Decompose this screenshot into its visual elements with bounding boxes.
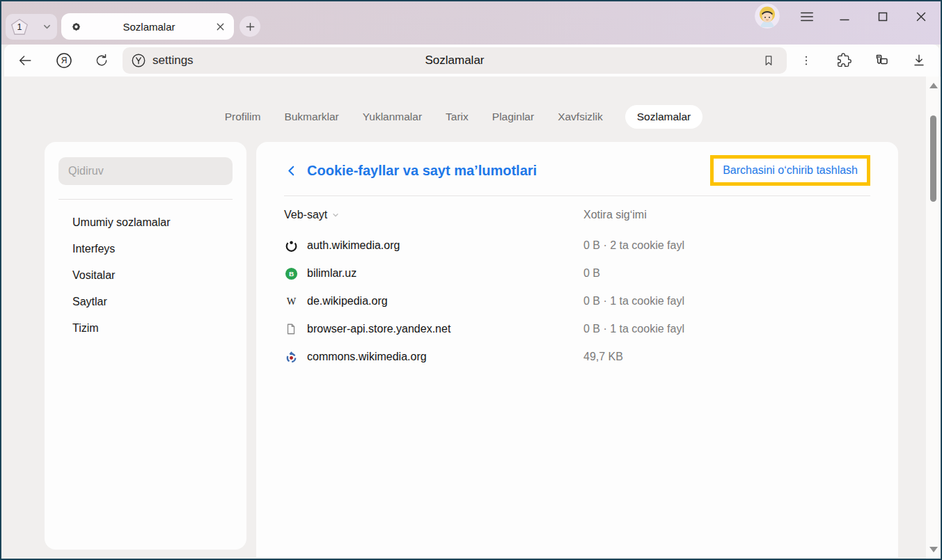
site-domain: auth.wikimedia.org xyxy=(307,239,400,252)
gear-icon xyxy=(70,20,83,33)
sidebar-item-interfeys[interactable]: Interfeys xyxy=(45,236,246,262)
site-storage-size: 49,7 KB xyxy=(583,351,623,363)
site-storage-size: 0 B · 1 ta cookie fayl xyxy=(583,323,684,335)
chevron-left-icon xyxy=(285,165,297,177)
hamburger-icon xyxy=(800,11,814,22)
plus-icon xyxy=(245,22,256,32)
bookmark-button[interactable] xyxy=(756,50,781,71)
site-badge-icon[interactable] xyxy=(131,53,146,68)
back-to-settings-button[interactable] xyxy=(284,163,298,177)
sidebar-menu: Umumiy sozlamalar Interfeys Vositalar Sa… xyxy=(45,209,246,342)
column-header-site[interactable]: Veb-sayt xyxy=(284,209,340,221)
tab-count-value: 1 xyxy=(13,20,27,34)
settings-nav-tabs: Profilim Bukmarklar Yuklanmalar Tarix Pl… xyxy=(0,104,926,130)
site-row[interactable]: browser-api.store.yandex.net 0 B · 1 ta … xyxy=(284,315,870,343)
site-domain: browser-api.store.yandex.net xyxy=(307,323,450,335)
site-domain: de.wikipedia.org xyxy=(307,295,388,307)
extensions-button[interactable] xyxy=(829,48,859,73)
table-header: Veb-sayt Xotira sigʻimi xyxy=(284,205,870,225)
scroll-down-button[interactable] xyxy=(926,545,941,554)
sidebar-item-vositalar[interactable]: Vositalar xyxy=(45,262,246,289)
chevron-down-icon xyxy=(42,22,52,31)
search-input[interactable] xyxy=(58,157,233,185)
sidebar-item-saytlar[interactable]: Saytlar xyxy=(45,289,246,315)
reload-icon xyxy=(94,53,109,68)
sidebar-divider xyxy=(58,199,233,200)
site-row[interactable]: commons.wikimedia.org 49,7 KB xyxy=(284,343,870,371)
sort-chevron-icon xyxy=(331,211,340,219)
site-row[interactable]: W de.wikipedia.org 0 B · 1 ta cookie fay… xyxy=(284,287,870,315)
browser-tab-settings[interactable]: Sozlamalar xyxy=(61,13,234,40)
nav-tab-tarix[interactable]: Tarix xyxy=(444,105,470,129)
svg-text:Я: Я xyxy=(61,56,68,65)
nav-tab-yuklanmalar[interactable]: Yuklanmalar xyxy=(361,105,423,129)
site-storage-size: 0 B · 2 ta cookie fayl xyxy=(583,239,684,252)
document-favicon xyxy=(284,322,298,336)
nav-tab-profilim[interactable]: Profilim xyxy=(223,105,262,129)
back-arrow-icon xyxy=(17,53,33,68)
close-icon xyxy=(916,11,927,22)
maximize-icon xyxy=(877,11,888,22)
address-bar[interactable]: settings Sozlamalar xyxy=(123,47,787,74)
key-card-icon xyxy=(873,52,890,69)
site-table: auth.wikimedia.org 0 B · 2 ta cookie fay… xyxy=(284,232,870,371)
new-tab-button[interactable] xyxy=(240,16,260,37)
tab-title: Sozlamalar xyxy=(83,21,215,33)
svg-text:W: W xyxy=(286,296,296,307)
password-manager-button[interactable] xyxy=(866,48,897,73)
document-icon xyxy=(285,323,297,335)
minimize-button[interactable] xyxy=(831,6,858,28)
site-domain: commons.wikimedia.org xyxy=(307,351,427,363)
maximize-button[interactable] xyxy=(870,6,896,28)
address-bar-page-title: Sozlamalar xyxy=(123,54,787,67)
site-storage-size: 0 B xyxy=(583,267,600,280)
header-divider xyxy=(284,195,870,196)
commons-icon xyxy=(285,351,298,364)
tab-close-icon[interactable] xyxy=(215,22,226,32)
site-row[interactable]: auth.wikimedia.org 0 B · 2 ta cookie fay… xyxy=(284,232,870,259)
scroll-up-icon xyxy=(929,83,938,88)
svg-text:B: B xyxy=(288,269,293,277)
puzzle-icon xyxy=(836,53,852,69)
profile-avatar[interactable] xyxy=(755,3,780,29)
nav-tab-bukmarklar[interactable]: Bukmarklar xyxy=(283,105,340,129)
commons-favicon xyxy=(284,350,298,364)
page-scrollbar[interactable] xyxy=(926,77,941,559)
bilimlar-icon: B xyxy=(285,267,298,280)
avatar-illustration xyxy=(755,3,780,29)
scroll-down-icon xyxy=(929,547,938,552)
sidebar-item-tizim[interactable]: Tizim xyxy=(45,315,246,342)
panel-header: Cookie-fayllar va sayt ma’lumotlari Barc… xyxy=(284,154,870,186)
back-button[interactable] xyxy=(10,48,40,73)
nav-tab-sozlamalar[interactable]: Sozlamalar xyxy=(625,105,703,129)
browser-menu-button[interactable] xyxy=(794,6,820,28)
site-domain: bilimlar.uz xyxy=(307,267,356,280)
bilimlar-favicon: B xyxy=(284,266,298,280)
site-row[interactable]: B bilimlar.uz 0 B xyxy=(284,259,870,287)
nav-tab-plaginlar[interactable]: Plaginlar xyxy=(491,105,535,129)
wikipedia-favicon: W xyxy=(284,294,298,308)
scrollbar-thumb[interactable] xyxy=(930,115,936,202)
yandex-home-button[interactable]: Я xyxy=(49,48,79,73)
site-storage-size: 0 B · 1 ta cookie fayl xyxy=(583,295,684,307)
delete-all-button[interactable]: Barchasini oʻchirib tashlash xyxy=(710,155,870,186)
reload-button[interactable] xyxy=(86,48,117,73)
more-options-button[interactable] xyxy=(791,48,822,73)
tab-count-badge: 1 xyxy=(11,19,28,35)
close-button[interactable] xyxy=(908,6,934,28)
minimize-icon xyxy=(839,11,850,22)
bookmark-icon xyxy=(762,54,776,67)
tab-counter-button[interactable]: 1 xyxy=(6,14,57,40)
wikimedia-icon xyxy=(285,239,298,253)
browser-toolbar: Я settings Sozlamalar xyxy=(4,45,940,77)
column-header-size: Xotira sigʻimi xyxy=(583,209,647,221)
settings-sidebar: Umumiy sozlamalar Interfeys Vositalar Sa… xyxy=(45,142,246,550)
wikimedia-favicon xyxy=(284,239,298,253)
wikipedia-icon: W xyxy=(285,295,298,308)
nav-tab-xavfsizlik[interactable]: Xavfsizlik xyxy=(556,105,604,129)
cookies-panel: Cookie-fayllar va sayt ma’lumotlari Barc… xyxy=(256,142,898,557)
url-text: settings xyxy=(152,54,194,67)
downloads-button[interactable] xyxy=(904,48,934,73)
scroll-up-button[interactable] xyxy=(926,81,941,90)
sidebar-item-umumiy-sozlamalar[interactable]: Umumiy sozlamalar xyxy=(45,209,246,236)
